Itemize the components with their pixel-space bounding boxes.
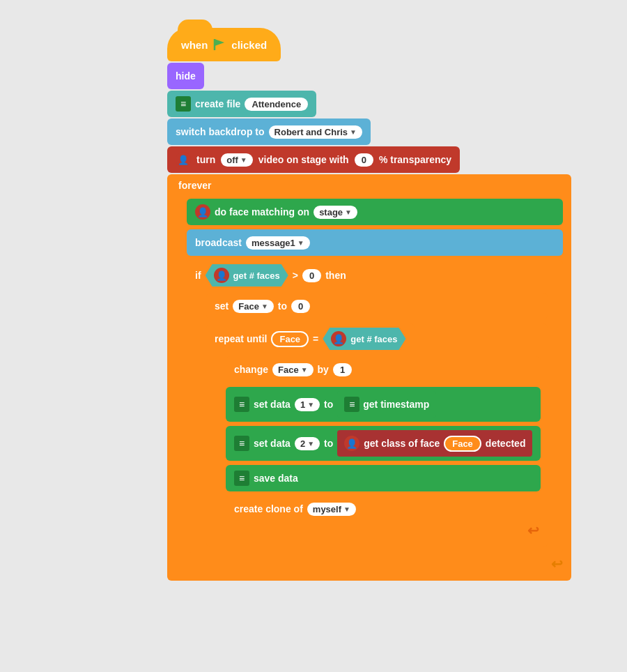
data2-arrow: ▼	[307, 440, 314, 448]
get-timestamp-label: get timestamp	[363, 399, 429, 410]
zero1-value[interactable]: 0	[355, 153, 373, 167]
forever-inner: 👤 do face matching on stage ▼ broadcast …	[187, 197, 563, 553]
get-faces2-icon: 👤	[331, 331, 346, 346]
backdrop-dropdown-arrow: ▼	[350, 128, 357, 136]
list-icon	[176, 96, 191, 112]
message1-value: message1	[251, 238, 295, 248]
set-data2-icon	[234, 436, 249, 451]
arrow2: ↩	[551, 556, 563, 572]
to3-label: to	[324, 438, 333, 449]
data1-dropdown[interactable]: 1 ▼	[295, 398, 320, 411]
get-timestamp-block[interactable]: get timestamp	[337, 391, 436, 418]
forever-block: forever 👤 do face matching on stage ▼ br…	[167, 174, 571, 581]
forever-label: forever	[167, 174, 222, 197]
to2-label: to	[324, 399, 333, 410]
get-class-icon: 👤	[344, 436, 359, 451]
myself-value: myself	[313, 504, 341, 514]
repeat-inner: change Face ▼ by 1	[226, 354, 541, 522]
save-data-label: save data	[254, 473, 298, 484]
set-data2-block[interactable]: set data 2 ▼ to 👤 get class of face Face	[226, 426, 541, 461]
video-stage-label: video on stage with	[258, 154, 349, 165]
stage-value: stage	[319, 207, 343, 217]
detected-label: detected	[486, 438, 526, 449]
set-data1-icon	[234, 397, 249, 412]
condition-block: 👤 get # faces	[206, 264, 288, 287]
get-class-label: get class of face	[364, 438, 440, 449]
face-arrow: ▼	[261, 303, 268, 310]
get-faces2-label: get # faces	[350, 334, 397, 344]
hide-block[interactable]: hide	[167, 63, 204, 89]
data2-value: 2	[300, 438, 305, 449]
one-value[interactable]: 1	[333, 363, 352, 376]
broadcast-block[interactable]: broadcast message1 ▼	[187, 229, 563, 256]
switch-backdrop-block[interactable]: switch backdrop to Robert and Chris ▼	[167, 119, 371, 145]
myself-dropdown[interactable]: myself ▼	[307, 503, 356, 516]
face-var2-value[interactable]: Face	[271, 331, 309, 347]
turn-label: turn	[196, 154, 215, 165]
condition-face-icon: 👤	[214, 268, 229, 283]
timestamp-icon	[344, 397, 359, 412]
when-clicked-block[interactable]: when clicked	[167, 28, 281, 61]
create-file-block[interactable]: create file Attendence	[167, 91, 316, 117]
face-detected-var[interactable]: Face	[444, 436, 481, 452]
video-face-icon: 👤	[176, 152, 191, 167]
if-block: if 👤 get # faces > 0 then set F	[187, 260, 563, 553]
stage-arrow: ▼	[345, 208, 352, 216]
stage-dropdown[interactable]: stage ▼	[314, 206, 357, 219]
data1-value: 1	[300, 399, 305, 410]
face-matching-icon: 👤	[195, 204, 210, 220]
then-label: then	[325, 270, 346, 281]
myself-arrow: ▼	[343, 505, 350, 513]
repeat-block: repeat until Face = 👤 get # faces	[206, 323, 548, 547]
broadcast-label: broadcast	[195, 237, 242, 248]
off-dropdown[interactable]: off ▼	[221, 153, 253, 167]
gt-label: >	[293, 270, 298, 281]
set-face-block[interactable]: set Face ▼ to 0	[206, 293, 548, 319]
pct-label: % transparency	[379, 154, 451, 165]
zero3-value[interactable]: 0	[291, 300, 310, 313]
message-dropdown[interactable]: message1 ▼	[246, 236, 310, 250]
set-data1-block[interactable]: set data 1 ▼ to get timestamp	[226, 387, 541, 422]
get-class-block[interactable]: 👤 get class of face Face detected	[337, 430, 532, 457]
flag-icon	[213, 38, 226, 51]
clicked-label: clicked	[231, 39, 267, 51]
off-arrow: ▼	[240, 156, 247, 164]
save-data-icon	[234, 471, 249, 486]
face3-value: Face	[278, 365, 299, 375]
switch-backdrop-label: switch backdrop to	[176, 126, 265, 137]
by-label: by	[318, 364, 329, 375]
face-matching-block[interactable]: 👤 do face matching on stage ▼	[187, 199, 563, 225]
video-block[interactable]: 👤 turn off ▼ video on stage with 0 % tra…	[167, 146, 460, 173]
off-value: off	[226, 155, 238, 165]
data1-arrow: ▼	[307, 401, 314, 408]
arrow1: ↩	[527, 523, 539, 538]
to-label: to	[278, 300, 287, 312]
forever-arrow: ↩	[551, 553, 571, 572]
face-matching-label: do face matching on	[215, 206, 309, 217]
repeat-top[interactable]: repeat until Face = 👤 get # faces	[206, 323, 415, 354]
svg-marker-0	[215, 39, 224, 46]
backdrop-dropdown[interactable]: Robert and Chris ▼	[269, 125, 362, 139]
get-faces2-block: 👤 get # faces	[323, 328, 405, 350]
change-face-block[interactable]: change Face ▼ by 1	[226, 356, 541, 383]
when-label: when	[181, 39, 208, 51]
face-var-value: Face	[238, 301, 259, 312]
robert-chris-value: Robert and Chris	[274, 127, 348, 137]
if-top[interactable]: if 👤 get # faces > 0 then	[187, 260, 355, 291]
attendence-value[interactable]: Attendence	[245, 98, 308, 111]
zero2-value[interactable]: 0	[302, 269, 321, 282]
message-arrow: ▼	[297, 239, 304, 247]
save-data-block[interactable]: save data	[226, 465, 541, 491]
if-label: if	[195, 270, 201, 281]
repeat-label: repeat until	[215, 333, 267, 344]
face-dropdown[interactable]: Face ▼	[233, 300, 274, 313]
face3-dropdown[interactable]: Face ▼	[272, 363, 314, 376]
hide-label: hide	[176, 70, 196, 82]
equals-label: =	[313, 333, 318, 344]
set-label: set	[215, 300, 229, 312]
create-file-label: create file	[195, 98, 240, 109]
set-data-label: set data	[254, 399, 291, 410]
scratch-blocks-container: when clicked hide create file Attendence…	[167, 28, 571, 581]
create-clone-block[interactable]: create clone of myself ▼	[226, 496, 541, 522]
data2-dropdown[interactable]: 2 ▼	[295, 437, 320, 450]
